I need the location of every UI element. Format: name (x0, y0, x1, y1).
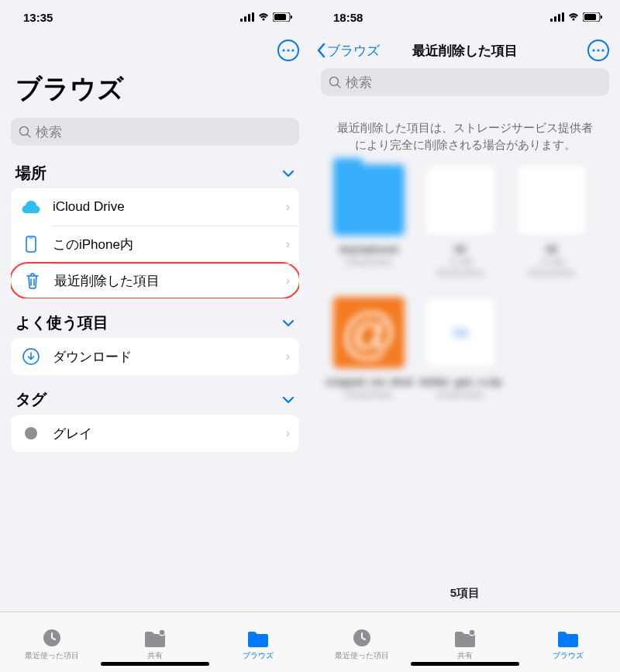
section-header-favorites[interactable]: よく使う項目 (0, 303, 310, 338)
section-header-locations[interactable]: 場所 (0, 153, 310, 188)
tab-label: ブラウズ (243, 650, 274, 661)
svg-rect-6 (291, 16, 292, 19)
cellular-icon (550, 12, 564, 22)
chevron-left-icon (316, 43, 326, 58)
grid-item[interactable]: zip twitter_gen_n.zip iCloud Drive (422, 297, 499, 400)
time: 13:35 (23, 11, 53, 24)
svg-point-17 (159, 629, 165, 636)
svg-rect-2 (248, 14, 250, 22)
item-meta: iCloud Drive (437, 389, 484, 400)
section-label: 場所 (16, 163, 46, 184)
chevron-right-icon: › (286, 237, 290, 251)
clock-icon (352, 628, 372, 648)
svg-point-7 (282, 49, 284, 51)
tab-browse[interactable]: ブラウズ (207, 612, 310, 672)
search-icon (19, 126, 31, 138)
row-recently-deleted[interactable]: 最近削除した項目 › (11, 262, 299, 298)
svg-rect-12 (26, 236, 36, 252)
row-label: グレイ (53, 425, 275, 443)
svg-rect-3 (252, 12, 254, 22)
back-button[interactable]: ブラウズ (316, 42, 380, 60)
svg-line-29 (337, 84, 340, 88)
section-label: よく使う項目 (16, 312, 108, 333)
tab-recent[interactable]: 最近使った項目 (0, 612, 103, 672)
deleted-items-grid: dsymphsum iCloud Drive 02 71 KBiCloud Dr… (310, 164, 620, 401)
list-tags: グレイ › (11, 415, 299, 452)
svg-rect-0 (240, 19, 243, 22)
section-label: タグ (16, 389, 46, 410)
svg-rect-24 (601, 16, 602, 19)
tab-label: 共有 (457, 650, 473, 661)
nav-row (0, 34, 310, 67)
svg-point-25 (592, 49, 594, 51)
zip-icon: zip (425, 297, 496, 368)
row-label: ダウンロード (53, 348, 275, 366)
at-icon: @ (333, 297, 405, 368)
svg-line-11 (27, 134, 30, 137)
cellular-icon (240, 12, 254, 22)
wifi-icon (257, 12, 270, 22)
chevron-right-icon: › (286, 426, 290, 440)
search-input[interactable]: 検索 (321, 68, 609, 96)
tab-label: 最近使った項目 (335, 650, 389, 661)
search-placeholder: 検索 (346, 74, 372, 91)
item-name: twitter_gen_n.zip (419, 376, 501, 388)
tab-label: 最近使った項目 (25, 650, 79, 661)
item-meta: iCloud Drive (346, 257, 392, 267)
time: 18:58 (333, 11, 363, 24)
search-icon (329, 76, 341, 88)
row-icloud-drive[interactable]: iCloud Drive › (11, 188, 299, 226)
status-icons (240, 12, 293, 22)
grid-item[interactable]: 02 71 KBiCloud Drive (422, 164, 499, 279)
svg-rect-23 (584, 14, 596, 20)
row-tag-gray[interactable]: グレイ › (11, 415, 299, 452)
clock-icon (42, 628, 62, 648)
item-count: 5項目 (310, 586, 620, 601)
home-indicator (411, 662, 519, 666)
svg-rect-13 (29, 238, 33, 239)
screen-browse: 13:35 ブラウズ 検索 場所 iCloud Drive › このiPhone… (0, 0, 310, 672)
svg-rect-5 (274, 14, 286, 20)
grid-item[interactable]: @ cropped_res_bind iCloud Drive (330, 297, 408, 400)
svg-point-31 (469, 629, 475, 636)
search-placeholder: 検索 (36, 123, 62, 141)
battery-icon (273, 12, 293, 22)
more-button[interactable] (587, 40, 609, 61)
item-meta: 71 KBiCloud Drive (437, 257, 484, 279)
trash-icon (22, 272, 43, 289)
item-name: 02 (455, 243, 466, 255)
search-input[interactable]: 検索 (11, 118, 299, 146)
screen-recently-deleted: 18:58 ブラウズ 最近削除した項目 検索 最近削除した項目は、ストレージサー… (310, 0, 620, 672)
row-downloads[interactable]: ダウンロード › (11, 338, 299, 375)
folder-person-icon (453, 628, 477, 648)
battery-icon (583, 12, 603, 22)
chevron-down-icon (282, 170, 294, 177)
row-label: このiPhone内 (53, 236, 275, 253)
section-header-tags[interactable]: タグ (0, 380, 310, 415)
tab-recent[interactable]: 最近使った項目 (310, 612, 413, 672)
download-icon (20, 348, 42, 365)
ellipsis-icon (592, 49, 604, 52)
tab-label: 共有 (147, 650, 163, 661)
page-title: ブラウズ (0, 67, 310, 115)
notice-text: 最近削除した項目は、ストレージサービス提供者により完全に削除される場合があります… (310, 102, 620, 164)
wifi-icon (567, 12, 580, 22)
tab-browse[interactable]: ブラウズ (517, 612, 620, 672)
icloud-icon (20, 200, 42, 214)
item-meta: 71 KBiCloud Drive (529, 257, 575, 279)
row-label: iCloud Drive (53, 199, 275, 215)
back-label: ブラウズ (327, 42, 380, 60)
chevron-right-icon: › (286, 200, 290, 214)
iphone-icon (20, 236, 42, 253)
tag-dot-icon (20, 426, 42, 440)
chevron-right-icon: › (286, 274, 290, 288)
row-label: 最近削除した項目 (54, 272, 275, 290)
row-on-iphone[interactable]: このiPhone内 › (11, 226, 299, 263)
svg-point-15 (25, 427, 37, 439)
tab-label: ブラウズ (553, 650, 584, 661)
home-indicator (101, 662, 209, 666)
grid-item[interactable]: 02 71 KBiCloud Drive (513, 164, 591, 279)
more-button[interactable] (277, 40, 299, 61)
chevron-down-icon (282, 319, 294, 327)
grid-item[interactable]: dsymphsum iCloud Drive (330, 164, 408, 279)
